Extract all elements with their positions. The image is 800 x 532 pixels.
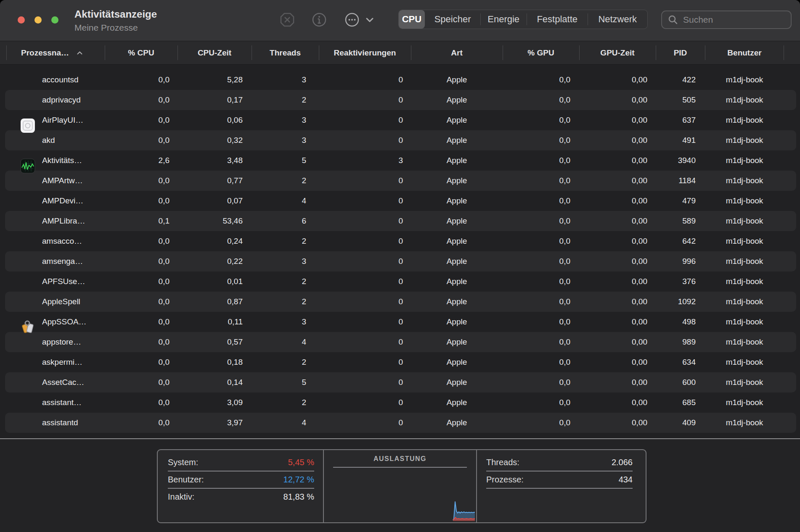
process-pid: 479: [656, 196, 705, 205]
process-user: m1dj-book: [705, 337, 784, 347]
column-header-gpu[interactable]: % GPU: [503, 48, 579, 58]
column-header-cpu-zeit[interactable]: CPU-Zeit: [177, 48, 252, 58]
process-kind: Apple: [411, 337, 503, 347]
cpu-percent: 0,0: [105, 378, 177, 387]
cpu-percent: 0,0: [105, 75, 177, 84]
column-divider[interactable]: [579, 45, 580, 60]
table-row[interactable]: AppSSOA… 0,0 0,11 3 0 Apple 0,0 0,00 498…: [5, 312, 796, 332]
table-row[interactable]: AMPLibra… 0,1 53,46 6 0 Apple 0,0 0,00 5…: [5, 211, 796, 231]
threads-count: 4: [252, 337, 319, 347]
gpu-time: 0,00: [579, 358, 656, 367]
minimize-window-button[interactable]: [34, 16, 42, 24]
process-kind: Apple: [411, 95, 503, 105]
gpu-time: 0,00: [579, 116, 656, 125]
table-row[interactable]: assistantd 0,0 3,97 4 0 Apple 0,0 0,00 4…: [5, 413, 796, 433]
table-row[interactable]: AMPDevi… 0,0 0,07 4 0 Apple 0,0 0,00 479…: [5, 191, 796, 211]
activity-monitor-window: Aktivitätsanzeige Meine Prozesse CPU Spe…: [0, 0, 800, 532]
info-icon[interactable]: [311, 12, 327, 28]
table-row[interactable]: Aktivitäts… 2,6 3,48 5 3 Apple 0,0 0,00 …: [5, 150, 796, 171]
column-divider[interactable]: [105, 45, 105, 60]
window-title: Aktivitätsanzeige: [74, 9, 157, 19]
gpu-time: 0,00: [579, 176, 656, 185]
cpu-percent: 0,1: [105, 216, 177, 226]
search-input[interactable]: Suchen: [661, 11, 792, 29]
process-pid: 637: [656, 116, 705, 125]
column-header-pid[interactable]: PID: [656, 48, 705, 58]
table-row[interactable]: assistant… 0,0 3,09 2 0 Apple 0,0 0,00 6…: [5, 392, 796, 413]
column-header-threads[interactable]: Threads: [252, 48, 319, 58]
more-options-icon[interactable]: [344, 12, 360, 28]
gpu-percent: 0,0: [503, 136, 579, 145]
table-row[interactable]: AirPlayUI… 0,0 0,06 3 0 Apple 0,0 0,00 6…: [5, 110, 796, 130]
process-user: m1dj-book: [705, 378, 784, 387]
stop-process-icon[interactable]: [279, 12, 295, 28]
threads-count: 5: [252, 378, 319, 387]
table-row[interactable]: amsenga… 0,0 0,22 3 0 Apple 0,0 0,00 996…: [5, 251, 796, 271]
wakeups-count: 3: [319, 156, 411, 165]
tab-cpu[interactable]: CPU: [399, 10, 425, 29]
process-user: m1dj-book: [705, 358, 784, 367]
gpu-percent: 0,0: [503, 297, 579, 306]
table-row[interactable]: askpermi… 0,0 0,18 2 0 Apple 0,0 0,00 63…: [5, 352, 796, 372]
gpu-time: 0,00: [579, 75, 656, 84]
column-header-prozessname[interactable]: Prozessna…: [0, 48, 105, 58]
table-row[interactable]: APFSUse… 0,0 0,01 2 0 Apple 0,0 0,00 376…: [5, 271, 796, 292]
column-divider[interactable]: [319, 45, 319, 60]
close-window-button[interactable]: [18, 16, 25, 24]
column-divider[interactable]: [252, 45, 252, 60]
tab-speicher[interactable]: Speicher: [425, 10, 481, 29]
table-row[interactable]: amsacco… 0,0 0,24 2 0 Apple 0,0 0,00 642…: [5, 231, 796, 251]
threads-count: 3: [252, 75, 319, 84]
wakeups-count: 0: [319, 257, 411, 266]
zoom-window-button[interactable]: [51, 16, 58, 24]
process-kind: Apple: [411, 216, 503, 226]
process-pid: 422: [656, 75, 705, 84]
column-divider[interactable]: [411, 45, 411, 60]
cpu-percent: 0,0: [105, 277, 177, 286]
system-load-value: 5,45 %: [288, 458, 314, 467]
process-kind: Apple: [411, 156, 503, 165]
process-user: m1dj-book: [705, 156, 784, 165]
cpu-time: 0,01: [177, 277, 252, 286]
process-pid: 1092: [656, 297, 705, 306]
column-divider[interactable]: [503, 45, 503, 60]
column-header-reaktivierungen[interactable]: Reaktivierungen: [319, 48, 411, 58]
tab-energie[interactable]: Energie: [480, 10, 527, 29]
process-kind: Apple: [411, 398, 503, 407]
table-row[interactable]: appstore… 0,0 0,57 4 0 Apple 0,0 0,00 98…: [5, 332, 796, 352]
gpu-percent: 0,0: [503, 116, 579, 125]
sort-ascending-icon: [77, 51, 83, 55]
cpu-percent: 2,6: [105, 156, 177, 165]
cpu-time: 3,09: [177, 398, 252, 407]
column-divider[interactable]: [656, 45, 656, 60]
column-header-benutzer[interactable]: Benutzer: [705, 48, 784, 58]
column-header-gpu-zeit[interactable]: GPU-Zeit: [579, 48, 656, 58]
tab-festplatte[interactable]: Festplatte: [527, 10, 588, 29]
column-divider[interactable]: [177, 45, 178, 60]
table-row[interactable]: AppleSpell 0,0 0,87 2 0 Apple 0,0 0,00 1…: [5, 292, 796, 312]
column-divider[interactable]: [705, 45, 705, 60]
table-row[interactable]: AssetCac… 0,0 0,14 5 0 Apple 0,0 0,00 60…: [5, 372, 796, 392]
process-kind: Apple: [411, 116, 503, 125]
gpu-time: 0,00: [579, 216, 656, 226]
cpu-time: 3,48: [177, 156, 252, 165]
process-name: adprivacyd: [42, 95, 81, 104]
wakeups-count: 0: [319, 196, 411, 205]
wakeups-count: 0: [319, 237, 411, 246]
gpu-percent: 0,0: [503, 237, 579, 246]
chevron-down-icon[interactable]: [364, 15, 375, 24]
table-row[interactable]: accountsd 0,0 5,28 3 0 Apple 0,0 0,00 42…: [5, 70, 796, 90]
threads-count: 6: [252, 216, 319, 226]
table-row[interactable]: akd 0,0 0,32 3 0 Apple 0,0 0,00 491 m1dj…: [5, 130, 796, 150]
airplay-icon: [20, 118, 35, 133]
wakeups-count: 0: [319, 418, 411, 427]
column-divider: [6, 45, 7, 60]
table-row[interactable]: AMPArtw… 0,0 0,77 2 0 Apple 0,0 0,00 118…: [5, 171, 796, 191]
column-header-cpu[interactable]: % CPU: [105, 48, 177, 58]
wakeups-count: 0: [319, 378, 411, 387]
table-row[interactable]: adprivacyd 0,0 0,17 2 0 Apple 0,0 0,00 5…: [5, 90, 796, 110]
column-header-art[interactable]: Art: [411, 48, 503, 58]
process-pid: 376: [656, 277, 705, 286]
cpu-time: 0,57: [177, 337, 252, 347]
tab-netzwerk[interactable]: Netzwerk: [588, 10, 647, 29]
